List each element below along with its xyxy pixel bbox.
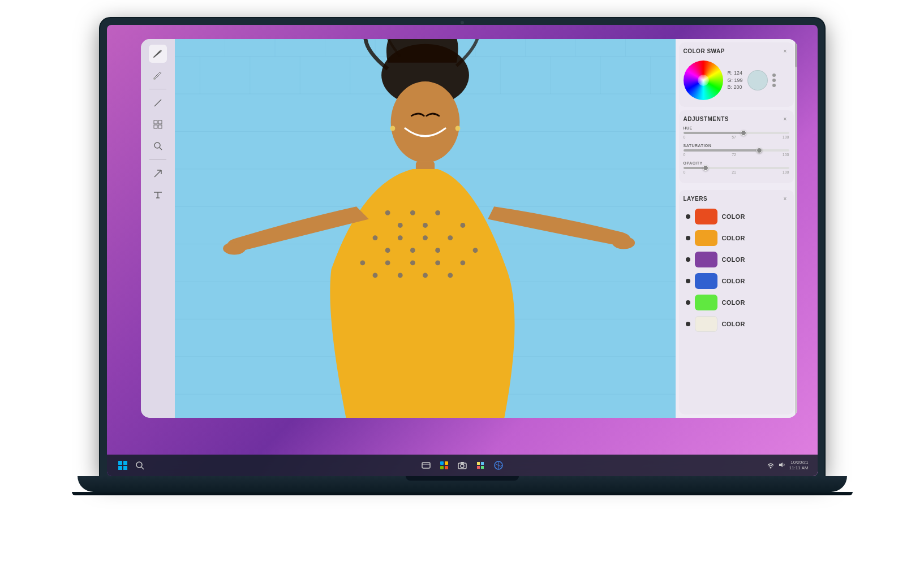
photo-area: [175, 39, 676, 418]
layers-header: LAYERS ×: [684, 195, 789, 202]
laptop-hinge: [406, 476, 519, 481]
color-dots: [772, 74, 776, 87]
color-wheel[interactable]: [684, 61, 723, 100]
color-dot-2: [772, 79, 776, 82]
svg-point-44: [385, 210, 390, 215]
svg-point-53: [423, 235, 428, 240]
tool-zoom[interactable]: [149, 137, 167, 155]
layer-swatch-4: [695, 273, 717, 289]
opacity-slider-group: OPACITY 0 21 100: [684, 161, 789, 174]
svg-point-66: [472, 248, 478, 253]
hue-track[interactable]: [684, 132, 789, 134]
svg-point-61: [410, 260, 415, 265]
svg-rect-85: [477, 466, 480, 469]
taskbar-palette-icon[interactable]: [474, 459, 487, 472]
svg-point-63: [435, 260, 440, 265]
layer-label-2: COLOR: [722, 235, 745, 241]
tool-grid[interactable]: [149, 115, 167, 133]
op-val: 21: [732, 170, 736, 174]
layer-item-1[interactable]: COLOR: [684, 206, 789, 227]
layers-panel: LAYERS × COLOR: [679, 190, 794, 414]
svg-rect-82: [461, 462, 464, 464]
layer-dot-1: [686, 214, 690, 219]
opacity-thumb[interactable]: [703, 165, 708, 171]
layer-label-5: COLOR: [722, 299, 745, 306]
layer-label-3: COLOR: [722, 256, 745, 263]
taskbar-time: 11:11 AM: [789, 465, 809, 471]
taskbar-datetime: 10/20/21 11:11 AM: [789, 460, 809, 472]
right-panels: COLOR SWAP × R: 124 G: 199 B: 200: [676, 39, 797, 418]
layer-item-4[interactable]: COLOR: [684, 270, 789, 292]
saturation-label: SATURATION: [684, 144, 789, 148]
color-swap-close[interactable]: ×: [781, 47, 789, 55]
layer-dot-2: [686, 236, 690, 240]
hue-label: HUE: [684, 126, 789, 130]
taskbar-store-icon[interactable]: [437, 459, 451, 472]
svg-rect-2: [154, 120, 157, 124]
svg-rect-71: [118, 466, 122, 470]
screen-content: COLOR SWAP × R: 124 G: 199 B: 200: [107, 25, 818, 476]
svg-rect-5: [158, 125, 162, 128]
svg-rect-72: [123, 466, 127, 470]
svg-point-54: [435, 248, 440, 253]
color-preview-area: R: 124 G: 199 B: 200: [728, 70, 743, 91]
saturation-slider-group: SATURATION 0 72 100: [684, 144, 789, 157]
tool-text[interactable]: [149, 186, 167, 204]
app-window: COLOR SWAP × R: 124 G: 199 B: 200: [141, 39, 797, 418]
sat-max: 100: [783, 153, 789, 157]
svg-point-64: [448, 273, 453, 278]
color-dot-3: [772, 84, 776, 87]
svg-rect-3: [158, 120, 162, 124]
svg-point-73: [136, 462, 142, 468]
tool-pen[interactable]: [149, 45, 167, 63]
taskbar-files-icon[interactable]: [419, 459, 433, 472]
photo-canvas: [175, 39, 676, 418]
opacity-track[interactable]: [684, 167, 789, 169]
svg-point-41: [390, 126, 395, 131]
saturation-thumb[interactable]: [757, 148, 762, 153]
screen-bezel: COLOR SWAP × R: 124 G: 199 B: 200: [100, 18, 824, 476]
adjustments-close[interactable]: ×: [781, 115, 789, 123]
layer-item-6[interactable]: COLOR: [684, 313, 789, 335]
tool-arrow[interactable]: [149, 165, 167, 183]
tool-line[interactable]: [149, 94, 167, 112]
taskbar-camera-icon[interactable]: [455, 459, 469, 472]
saturation-track[interactable]: [684, 149, 789, 152]
layer-dot-6: [686, 322, 690, 326]
svg-point-58: [372, 273, 377, 278]
svg-rect-83: [477, 462, 480, 465]
svg-point-59: [385, 260, 390, 265]
taskbar: 10/20/21 11:11 AM: [107, 455, 818, 476]
toolbar: [141, 39, 175, 418]
svg-point-50: [385, 248, 390, 253]
layer-swatch-2: [695, 230, 717, 246]
taskbar-center-icons: [419, 459, 505, 472]
sat-val: 72: [732, 153, 736, 157]
color-preview-circle[interactable]: [747, 70, 768, 90]
layer-swatch-5: [695, 295, 717, 310]
layer-swatch-1: [695, 209, 717, 224]
taskbar-windows-icon[interactable]: [116, 459, 130, 472]
taskbar-volume-icon: [778, 461, 786, 470]
svg-point-6: [154, 142, 160, 148]
layer-item-3[interactable]: COLOR: [684, 249, 789, 270]
tool-brush[interactable]: [149, 66, 167, 84]
svg-point-52: [410, 248, 415, 253]
layer-label-1: COLOR: [722, 213, 745, 220]
svg-rect-70: [123, 461, 127, 465]
rgb-values: R: 124 G: 199 B: 200: [728, 70, 743, 91]
taskbar-search-icon[interactable]: [133, 459, 147, 472]
layer-item-5[interactable]: COLOR: [684, 292, 789, 313]
webcam-dot: [461, 21, 464, 24]
hue-thumb[interactable]: [741, 130, 746, 136]
color-swap-panel: COLOR SWAP × R: 124 G: 199 B: 200: [679, 42, 794, 107]
svg-point-40: [390, 81, 459, 163]
layer-dot-3: [686, 257, 690, 262]
layers-close[interactable]: ×: [781, 195, 789, 202]
svg-line-74: [141, 467, 144, 469]
hue-slider-group: HUE 0 57 100: [684, 126, 789, 139]
svg-point-51: [397, 235, 402, 240]
layer-item-2[interactable]: COLOR: [684, 227, 789, 249]
color-swap-title: COLOR SWAP: [684, 48, 725, 54]
taskbar-browser-icon[interactable]: [492, 459, 505, 472]
